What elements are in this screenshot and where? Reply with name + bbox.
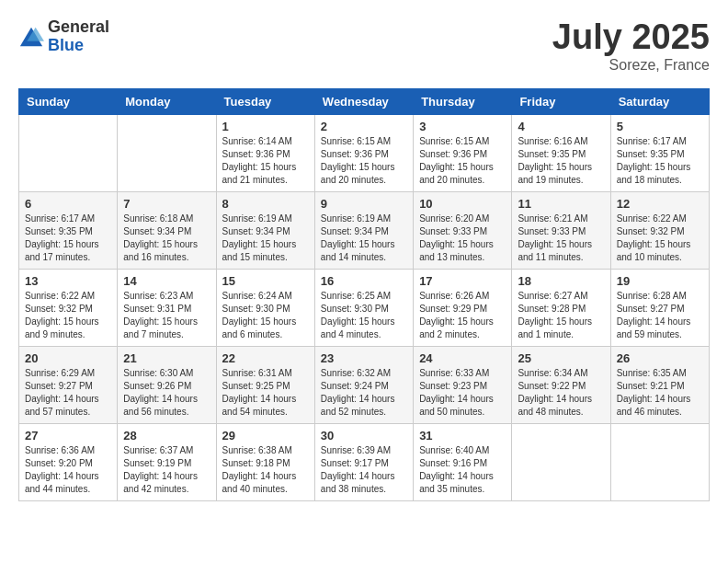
day-number: 9 <box>321 197 407 211</box>
week-row-3: 20Sunrise: 6:29 AM Sunset: 9:27 PM Dayli… <box>19 346 710 423</box>
day-info: Sunrise: 6:37 AM Sunset: 9:19 PM Dayligh… <box>123 444 210 496</box>
day-cell: 25Sunrise: 6:34 AM Sunset: 9:22 PM Dayli… <box>512 346 610 423</box>
header-row: SundayMondayTuesdayWednesdayThursdayFrid… <box>19 88 710 114</box>
day-cell: 5Sunrise: 6:17 AM Sunset: 9:35 PM Daylig… <box>610 114 709 191</box>
day-number: 22 <box>222 351 309 365</box>
day-number: 18 <box>518 274 604 288</box>
week-row-4: 27Sunrise: 6:36 AM Sunset: 9:20 PM Dayli… <box>19 423 710 500</box>
day-number: 14 <box>123 274 210 288</box>
day-info: Sunrise: 6:18 AM Sunset: 9:34 PM Dayligh… <box>123 213 210 264</box>
day-info: Sunrise: 6:24 AM Sunset: 9:30 PM Dayligh… <box>222 290 309 341</box>
day-info: Sunrise: 6:19 AM Sunset: 9:34 PM Dayligh… <box>222 213 309 264</box>
day-info: Sunrise: 6:26 AM Sunset: 9:29 PM Dayligh… <box>419 290 506 341</box>
day-number: 23 <box>321 351 407 365</box>
day-number: 7 <box>123 197 210 211</box>
day-cell: 2Sunrise: 6:15 AM Sunset: 9:36 PM Daylig… <box>314 114 413 191</box>
day-cell: 1Sunrise: 6:14 AM Sunset: 9:36 PM Daylig… <box>216 114 314 191</box>
day-cell: 26Sunrise: 6:35 AM Sunset: 9:21 PM Dayli… <box>610 346 709 423</box>
week-row-2: 13Sunrise: 6:22 AM Sunset: 9:32 PM Dayli… <box>19 269 710 346</box>
day-cell <box>19 114 118 191</box>
day-info: Sunrise: 6:33 AM Sunset: 9:23 PM Dayligh… <box>419 367 506 419</box>
logo-blue: Blue <box>48 37 109 55</box>
day-cell <box>610 423 709 500</box>
day-number: 27 <box>25 429 111 442</box>
day-info: Sunrise: 6:17 AM Sunset: 9:35 PM Dayligh… <box>617 135 703 187</box>
day-cell: 14Sunrise: 6:23 AM Sunset: 9:31 PM Dayli… <box>118 269 216 346</box>
logo-text: General Blue <box>48 18 109 55</box>
week-row-1: 6Sunrise: 6:17 AM Sunset: 9:35 PM Daylig… <box>19 191 710 269</box>
day-number: 8 <box>222 197 309 211</box>
day-cell: 30Sunrise: 6:39 AM Sunset: 9:17 PM Dayli… <box>314 423 413 500</box>
day-cell: 18Sunrise: 6:27 AM Sunset: 9:28 PM Dayli… <box>512 269 610 346</box>
day-info: Sunrise: 6:20 AM Sunset: 9:33 PM Dayligh… <box>419 213 506 264</box>
day-number: 16 <box>321 274 407 288</box>
day-cell: 6Sunrise: 6:17 AM Sunset: 9:35 PM Daylig… <box>19 191 118 269</box>
day-cell: 15Sunrise: 6:24 AM Sunset: 9:30 PM Dayli… <box>216 269 314 346</box>
day-cell: 9Sunrise: 6:19 AM Sunset: 9:34 PM Daylig… <box>314 191 413 269</box>
day-cell: 21Sunrise: 6:30 AM Sunset: 9:26 PM Dayli… <box>118 346 216 423</box>
day-info: Sunrise: 6:27 AM Sunset: 9:28 PM Dayligh… <box>518 290 604 341</box>
day-cell: 23Sunrise: 6:32 AM Sunset: 9:24 PM Dayli… <box>314 346 413 423</box>
day-info: Sunrise: 6:17 AM Sunset: 9:35 PM Dayligh… <box>25 213 111 264</box>
day-number: 20 <box>25 351 111 365</box>
day-number: 6 <box>25 197 111 211</box>
day-info: Sunrise: 6:40 AM Sunset: 9:16 PM Dayligh… <box>419 444 506 496</box>
day-number: 30 <box>321 429 407 442</box>
day-info: Sunrise: 6:35 AM Sunset: 9:21 PM Dayligh… <box>617 367 703 419</box>
logo-general: General <box>48 18 109 37</box>
header-friday: Friday <box>512 88 610 114</box>
day-info: Sunrise: 6:28 AM Sunset: 9:27 PM Dayligh… <box>617 290 703 341</box>
day-cell: 24Sunrise: 6:33 AM Sunset: 9:23 PM Dayli… <box>414 346 512 423</box>
day-cell: 4Sunrise: 6:16 AM Sunset: 9:35 PM Daylig… <box>512 114 610 191</box>
day-info: Sunrise: 6:15 AM Sunset: 9:36 PM Dayligh… <box>321 135 407 187</box>
day-info: Sunrise: 6:39 AM Sunset: 9:17 PM Dayligh… <box>321 444 407 496</box>
day-cell: 29Sunrise: 6:38 AM Sunset: 9:18 PM Dayli… <box>216 423 314 500</box>
page-header: General Blue July 2025 Soreze, France <box>18 18 710 74</box>
day-info: Sunrise: 6:38 AM Sunset: 9:18 PM Dayligh… <box>222 444 309 496</box>
day-cell: 11Sunrise: 6:21 AM Sunset: 9:33 PM Dayli… <box>512 191 610 269</box>
day-info: Sunrise: 6:36 AM Sunset: 9:20 PM Dayligh… <box>25 444 111 496</box>
day-cell: 13Sunrise: 6:22 AM Sunset: 9:32 PM Dayli… <box>19 269 118 346</box>
day-info: Sunrise: 6:29 AM Sunset: 9:27 PM Dayligh… <box>25 367 111 419</box>
day-cell <box>118 114 216 191</box>
day-info: Sunrise: 6:22 AM Sunset: 9:32 PM Dayligh… <box>25 290 111 341</box>
calendar-body: 1Sunrise: 6:14 AM Sunset: 9:36 PM Daylig… <box>19 114 710 500</box>
day-info: Sunrise: 6:30 AM Sunset: 9:26 PM Dayligh… <box>123 367 210 419</box>
day-info: Sunrise: 6:31 AM Sunset: 9:25 PM Dayligh… <box>222 367 309 419</box>
day-number: 29 <box>222 429 309 442</box>
day-cell: 28Sunrise: 6:37 AM Sunset: 9:19 PM Dayli… <box>118 423 216 500</box>
day-number: 4 <box>518 120 604 133</box>
day-number: 10 <box>419 197 506 211</box>
day-cell <box>512 423 610 500</box>
day-info: Sunrise: 6:23 AM Sunset: 9:31 PM Dayligh… <box>123 290 210 341</box>
day-number: 17 <box>419 274 506 288</box>
header-thursday: Thursday <box>414 88 512 114</box>
day-info: Sunrise: 6:14 AM Sunset: 9:36 PM Dayligh… <box>222 135 309 187</box>
day-number: 13 <box>25 274 111 288</box>
header-wednesday: Wednesday <box>314 88 413 114</box>
day-cell: 8Sunrise: 6:19 AM Sunset: 9:34 PM Daylig… <box>216 191 314 269</box>
day-cell: 22Sunrise: 6:31 AM Sunset: 9:25 PM Dayli… <box>216 346 314 423</box>
day-info: Sunrise: 6:32 AM Sunset: 9:24 PM Dayligh… <box>321 367 407 419</box>
logo: General Blue <box>18 18 109 55</box>
logo-icon <box>18 24 44 50</box>
day-info: Sunrise: 6:21 AM Sunset: 9:33 PM Dayligh… <box>518 213 604 264</box>
day-number: 28 <box>123 429 210 442</box>
day-cell: 12Sunrise: 6:22 AM Sunset: 9:32 PM Dayli… <box>610 191 709 269</box>
day-number: 24 <box>419 351 506 365</box>
day-number: 31 <box>419 429 506 442</box>
day-info: Sunrise: 6:15 AM Sunset: 9:36 PM Dayligh… <box>419 135 506 187</box>
calendar-header: SundayMondayTuesdayWednesdayThursdayFrid… <box>19 88 710 114</box>
day-cell: 20Sunrise: 6:29 AM Sunset: 9:27 PM Dayli… <box>19 346 118 423</box>
day-cell: 19Sunrise: 6:28 AM Sunset: 9:27 PM Dayli… <box>610 269 709 346</box>
day-info: Sunrise: 6:16 AM Sunset: 9:35 PM Dayligh… <box>518 135 604 187</box>
day-number: 1 <box>222 120 309 133</box>
day-number: 21 <box>123 351 210 365</box>
header-monday: Monday <box>118 88 216 114</box>
day-info: Sunrise: 6:25 AM Sunset: 9:30 PM Dayligh… <box>321 290 407 341</box>
day-number: 26 <box>617 351 703 365</box>
day-number: 11 <box>518 197 604 211</box>
day-cell: 10Sunrise: 6:20 AM Sunset: 9:33 PM Dayli… <box>414 191 512 269</box>
header-tuesday: Tuesday <box>216 88 314 114</box>
title-block: July 2025 Soreze, France <box>552 18 710 74</box>
